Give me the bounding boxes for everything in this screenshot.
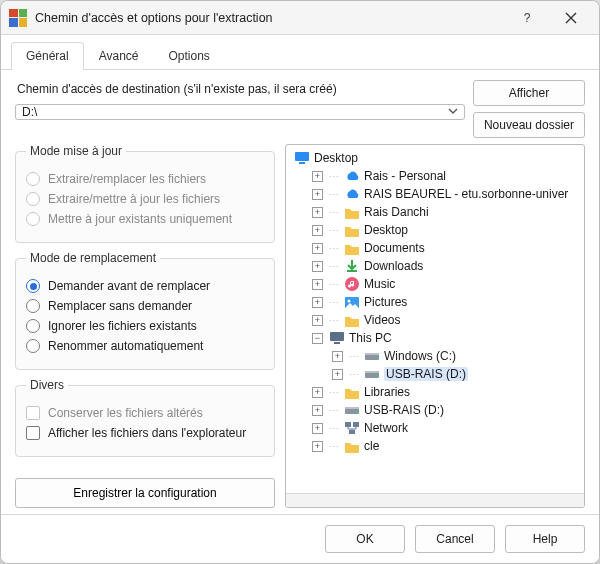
expand-icon[interactable]: + — [332, 369, 343, 380]
expand-icon[interactable]: + — [312, 315, 323, 326]
svg-rect-1 — [299, 162, 305, 164]
expand-icon[interactable]: + — [312, 225, 323, 236]
expand-icon[interactable]: + — [312, 387, 323, 398]
folder-icon — [344, 384, 360, 400]
radio-overwrite-without-asking[interactable]: Remplacer sans demander — [26, 299, 264, 313]
tree-item[interactable]: +⋯Rais Danchi — [288, 203, 582, 221]
tree-item[interactable]: +⋯Desktop — [288, 221, 582, 239]
radio-update-existing: Mettre à jour existants uniquement — [26, 212, 264, 226]
destination-path-combobox[interactable]: D:\ — [15, 104, 465, 120]
tree-item[interactable]: +⋯Windows (C:) — [288, 347, 582, 365]
update-mode-legend: Mode mise à jour — [26, 144, 126, 158]
tree-item[interactable]: +⋯RAIS BEAUREL - etu.sorbonne-univer — [288, 185, 582, 203]
horizontal-scrollbar[interactable] — [286, 493, 584, 507]
folder-icon — [344, 204, 360, 220]
check-show-in-explorer[interactable]: Afficher les fichiers dans l'explorateur — [26, 426, 264, 440]
tree-root[interactable]: Desktop — [288, 149, 582, 167]
expand-icon[interactable]: + — [312, 279, 323, 290]
svg-rect-8 — [365, 353, 379, 355]
tree-item[interactable]: +⋯Rais - Personal — [288, 167, 582, 185]
folder-icon — [344, 438, 360, 454]
tree-item-label: Videos — [364, 313, 400, 327]
tree-item[interactable]: +⋯Libraries — [288, 383, 582, 401]
network-icon — [344, 420, 360, 436]
new-folder-button[interactable]: Nouveau dossier — [473, 112, 585, 138]
tab-options[interactable]: Options — [154, 42, 225, 70]
folder-tree-panel: Desktop +⋯Rais - Personal+⋯RAIS BEAUREL … — [285, 144, 585, 508]
help-button[interactable]: Help — [505, 525, 585, 553]
tree-item[interactable]: +⋯Music — [288, 275, 582, 293]
drive-icon — [364, 366, 380, 382]
tree-item[interactable]: +⋯cle — [288, 437, 582, 455]
tree-item-label: USB-RAIS (D:) — [364, 403, 444, 417]
update-mode-group: Mode mise à jour Extraire/remplacer les … — [15, 144, 275, 243]
check-keep-broken: Conserver les fichiers altérés — [26, 406, 264, 420]
folder-icon — [344, 240, 360, 256]
close-icon[interactable] — [549, 3, 593, 33]
destination-path-value: D:\ — [22, 105, 448, 119]
content-area: Chemin d'accès de destination (s'il n'ex… — [1, 70, 599, 514]
tree-item[interactable]: +⋯USB-RAIS (D:) — [288, 401, 582, 419]
svg-rect-18 — [349, 430, 355, 434]
expand-icon[interactable]: + — [332, 351, 343, 362]
radio-ask-before-overwrite[interactable]: Demander avant de remplacer — [26, 279, 264, 293]
expand-icon[interactable]: + — [312, 441, 323, 452]
drive-icon — [364, 348, 380, 364]
misc-group: Divers Conserver les fichiers altérés Af… — [15, 378, 275, 457]
expand-icon[interactable]: + — [312, 405, 323, 416]
expand-icon[interactable]: + — [312, 189, 323, 200]
svg-rect-14 — [345, 407, 359, 409]
expand-icon[interactable]: + — [312, 423, 323, 434]
tree-item[interactable]: +⋯Pictures — [288, 293, 582, 311]
tree-item-label: Pictures — [364, 295, 407, 309]
svg-point-9 — [376, 357, 378, 359]
display-button[interactable]: Afficher — [473, 80, 585, 106]
cancel-button[interactable]: Cancel — [415, 525, 495, 553]
dialog-window: Chemin d'accès et options pour l'extract… — [0, 0, 600, 564]
window-title: Chemin d'accès et options pour l'extract… — [35, 11, 505, 25]
tree-item[interactable]: +⋯USB-RAIS (D:) — [288, 365, 582, 383]
radio-extract-update: Extraire/mettre à jour les fichiers — [26, 192, 264, 206]
tree-item[interactable]: +⋯Videos — [288, 311, 582, 329]
collapse-icon[interactable]: − — [312, 333, 323, 344]
expand-icon[interactable]: + — [312, 297, 323, 308]
tree-item[interactable]: +⋯Downloads — [288, 257, 582, 275]
svg-point-12 — [376, 375, 378, 377]
dialog-footer: OK Cancel Help — [1, 514, 599, 563]
ok-button[interactable]: OK — [325, 525, 405, 553]
tree-item-thispc[interactable]: − This PC — [288, 329, 582, 347]
svg-point-4 — [348, 299, 351, 302]
cloud-icon — [344, 186, 360, 202]
radio-rename-auto[interactable]: Renommer automatiquement — [26, 339, 264, 353]
tree-item-label: Libraries — [364, 385, 410, 399]
folder-icon — [344, 222, 360, 238]
destination-path-label: Chemin d'accès de destination (s'il n'ex… — [17, 82, 465, 96]
help-icon[interactable]: ? — [505, 3, 549, 33]
tree-item-label: Network — [364, 421, 408, 435]
folder-tree[interactable]: Desktop +⋯Rais - Personal+⋯RAIS BEAUREL … — [286, 145, 584, 493]
pictures-icon — [344, 294, 360, 310]
music-icon — [344, 276, 360, 292]
expand-icon[interactable]: + — [312, 261, 323, 272]
tab-advanced[interactable]: Avancé — [84, 42, 154, 70]
app-icon — [9, 9, 27, 27]
radio-extract-replace: Extraire/remplacer les fichiers — [26, 172, 264, 186]
tree-item-label: Windows (C:) — [384, 349, 456, 363]
expand-icon[interactable]: + — [312, 171, 323, 182]
tree-item[interactable]: +⋯Documents — [288, 239, 582, 257]
desktop-icon — [294, 150, 310, 166]
tab-general[interactable]: Général — [11, 42, 84, 70]
svg-point-15 — [356, 411, 358, 413]
tree-item-label: RAIS BEAUREL - etu.sorbonne-univer — [364, 187, 568, 201]
save-config-button[interactable]: Enregistrer la configuration — [15, 478, 275, 508]
radio-skip-existing[interactable]: Ignorer les fichiers existants — [26, 319, 264, 333]
cloud-icon — [344, 168, 360, 184]
overwrite-mode-legend: Mode de remplacement — [26, 251, 160, 265]
chevron-down-icon[interactable] — [448, 105, 458, 119]
tree-item-label: cle — [364, 439, 379, 453]
expand-icon[interactable]: + — [312, 207, 323, 218]
tree-item-label: Desktop — [364, 223, 408, 237]
tree-item[interactable]: +⋯Network — [288, 419, 582, 437]
svg-rect-17 — [353, 422, 359, 427]
expand-icon[interactable]: + — [312, 243, 323, 254]
